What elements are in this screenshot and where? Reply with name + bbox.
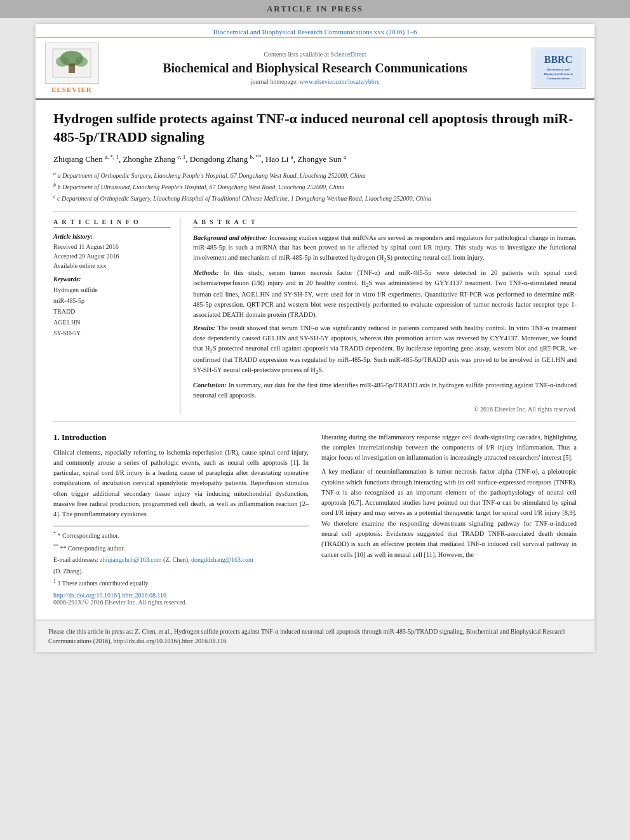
abstract-col: A B S T R A C T Background and objective… [193,218,577,414]
journal-header: ELSEVIER Contents lists available at Sci… [36,37,594,100]
corresponding1-text: * Corresponding author. [58,533,119,540]
intro-section: 1. Introduction Clinical elements, espec… [53,432,577,606]
abstract-results: Results: The result showed that serum TN… [193,323,577,377]
contributed-text: 1 These authors contributed equally. [58,580,150,587]
keyword-3: TRADD [53,306,171,317]
intro-right-paragraph-1: liberating during the inflammatory respo… [321,432,577,463]
svg-text:Communications: Communications [546,77,569,80]
elsevier-logo-image [45,43,99,84]
accepted-text: Accepted 20 August 2016 [53,251,171,261]
intro-right: liberating during the inflammatory respo… [321,432,577,606]
footnote-emails: E-mail addresses: zhiqiangchch@163.com (… [53,555,309,564]
email2-link[interactable]: dongddzhang@163.com [191,556,253,563]
affiliation-c-text: c Department of Orthopedic Surgery, Liao… [57,196,431,203]
sciencedirect-link[interactable]: ScienceDirect [330,51,366,58]
keyword-2: miR-485-5p [53,295,171,306]
affiliation-b-text: b Department of Ultrasound, Liaocheng Pe… [58,183,345,190]
section-number: 1. [53,432,60,442]
svg-rect-2 [69,63,75,73]
section-title-text: Introduction [62,432,107,442]
svg-point-3 [56,57,69,67]
footnote-email2-name: (D. Zhang). [53,566,309,576]
conclusion-label: Conclusion: [193,382,227,389]
abstract-background: Background and objective: Increasing stu… [193,233,577,265]
abstract-conclusion: Conclusion: In summary, our data for the… [193,380,577,401]
intro-section-title: 1. Introduction [53,432,309,443]
available-text: Available online xxx [53,261,171,270]
email1-link[interactable]: zhiqiangchch@163.com [100,556,161,563]
page-wrapper: Biochemical and Biophysical Research Com… [36,24,594,652]
intro-paragraph-1: Clinical elements, especially referring … [53,448,309,520]
email2-name: D. Zhang [55,568,79,575]
intro-right-paragraph-2: A key mediator of neuroinflammation is t… [321,467,577,559]
article-info-col: A R T I C L E I N F O Article history: R… [53,218,180,414]
footnote-corresponding2: ** ** Corresponding author. [53,543,309,553]
elsevier-label: ELSEVIER [51,86,92,93]
affiliation-a-text: a Department of Orthopedic Surgery, Liao… [58,172,366,179]
keyword-1: Hydrogen sulfide [53,284,171,295]
svg-text:BBRC: BBRC [544,54,572,65]
homepage-link[interactable]: www.elsevier.com/locate/ybbrc [300,78,380,85]
results-label: Results: [193,324,215,331]
homepage-text: journal homepage: [250,78,298,85]
conclusion-text: In summary, our data for the first time … [193,382,577,399]
intro-left-text: Clinical elements, especially referring … [53,448,309,520]
methods-text: In this study, serum tumor necrosis fact… [193,269,577,317]
journal-title-center: Contents lists available at ScienceDirec… [107,51,523,85]
affiliation-b: b b Department of Ultrasound, Liaocheng … [53,182,577,192]
background-label: Background and objective: [193,234,267,241]
bbrc-logo: BBRC Biochemical and Biophysical Researc… [530,48,587,89]
citation-box: Please cite this article in press as: Z.… [36,620,594,652]
received-text: Received 11 August 2016 [53,242,171,251]
bbrc-logo-image: BBRC Biochemical and Biophysical Researc… [532,48,586,89]
intro-right-text: liberating during the inflammatory respo… [321,432,577,560]
svg-text:Biochemical and: Biochemical and [547,68,570,71]
contents-available: Contents lists available at ScienceDirec… [107,51,523,58]
issn-line: 0006-291X/© 2016 Elsevier Inc. All right… [53,599,309,606]
footnotes-section: * * Corresponding author. ** ** Correspo… [53,526,309,588]
journal-ref-line: Biochemical and Biophysical Research Com… [36,24,594,37]
affiliation-a: a a Department of Orthopedic Surgery, Li… [53,170,577,180]
contents-text: Contents lists available at [264,51,328,58]
copyright-line: © 2016 Elsevier Inc. All rights reserved… [193,404,577,414]
doi-line: http://dx.doi.org/10.1016/j.bbrc.2016.08… [53,592,309,599]
article-history-label: Article history: [53,233,171,240]
article-content: Hydrogen sulfide protects against TNF-α … [36,100,594,620]
article-info-header: A R T I C L E I N F O [53,218,171,228]
keyword-4: AGE1.HN [53,317,171,328]
results-text: The result showed that serum TNF-α was s… [193,324,577,373]
corresponding2-text: ** Corresponding author. [60,545,125,552]
article-title: Hydrogen sulfide protects against TNF-α … [53,110,577,146]
affiliations: a a Department of Orthopedic Surgery, Li… [53,170,577,212]
svg-text:Biophysical Research: Biophysical Research [544,72,573,76]
footnote-corresponding1: * * Corresponding author. [53,530,309,540]
email1-name: Z. Chen [165,556,185,563]
article-in-press-banner: ARTICLE IN PRESS [0,0,630,18]
footnote-contributed: 1 1 These authors contributed equally. [53,578,309,588]
journal-main-title: Biochemical and Biophysical Research Com… [107,60,523,76]
abstract-header: A B S T R A C T [193,218,577,228]
elsevier-logo: ELSEVIER [43,43,100,93]
email-label: E-mail addresses: [53,556,98,563]
affiliation-c: c c Department of Orthopedic Surgery, Li… [53,193,577,203]
abstract-text: Background and objective: Increasing stu… [193,233,577,414]
authors-line: Zhiqiang Chen a, *, 1, Zhonghe Zhang c, … [53,154,577,164]
keywords-list: Hydrogen sulfide miR-485-5p TRADD AGE1.H… [53,284,171,338]
methods-label: Methods: [193,269,219,276]
keywords-label: Keywords: [53,276,171,283]
keyword-5: SY-SH-5Y [53,328,171,338]
doi-link[interactable]: http://dx.doi.org/10.1016/j.bbrc.2016.08… [53,592,166,599]
abstract-methods: Methods: In this study, serum tumor necr… [193,268,577,319]
intro-left: 1. Introduction Clinical elements, espec… [53,432,309,606]
two-col-section: A R T I C L E I N F O Article history: R… [53,218,577,422]
journal-homepage: journal homepage: www.elsevier.com/locat… [107,78,523,85]
svg-point-4 [75,57,88,67]
